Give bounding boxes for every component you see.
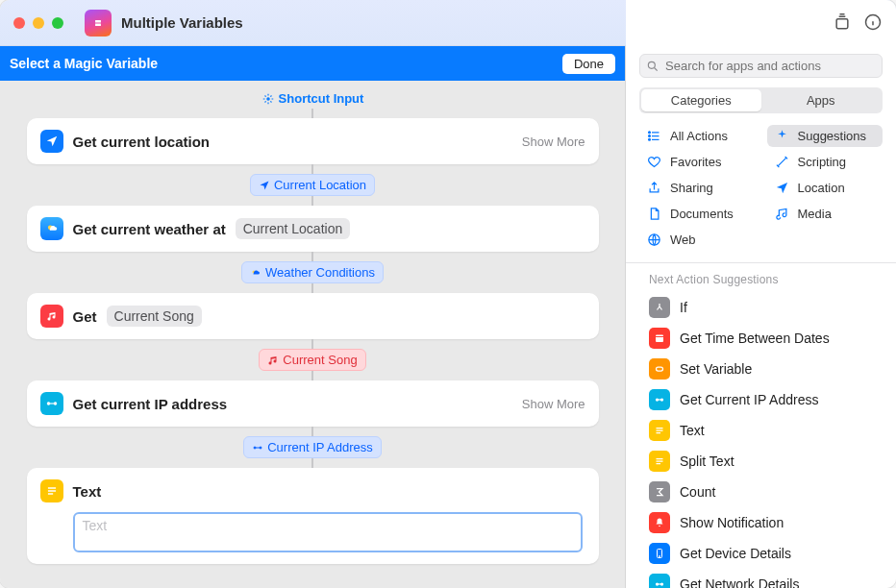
svg-point-16 [657, 399, 659, 401]
category-favorites[interactable]: Favorites [639, 151, 756, 173]
info-button[interactable] [863, 12, 883, 35]
category-sharing[interactable]: Sharing [639, 177, 756, 199]
ip-icon [649, 574, 670, 588]
sidebar-toolbar [626, 0, 896, 46]
done-button[interactable]: Done [562, 54, 615, 74]
suggestion-item[interactable]: Get Time Between Dates [639, 323, 883, 354]
svg-point-11 [649, 135, 651, 137]
segmented-control[interactable]: Categories Apps [639, 87, 883, 113]
suggestion-item[interactable]: Split Text [639, 446, 883, 477]
media-icon [775, 207, 790, 221]
action-get-ip[interactable]: Get current IP address Show More [27, 380, 599, 427]
svg-point-9 [648, 61, 655, 68]
action-text[interactable]: Text Text [27, 468, 599, 564]
ip-icon [649, 389, 670, 410]
show-more-button[interactable]: Show More [522, 135, 585, 149]
share-icon [647, 181, 662, 195]
magic-variable-ip-address[interactable]: Current IP Address [243, 436, 382, 458]
category-documents[interactable]: Documents [639, 203, 756, 225]
category-suggestions[interactable]: Suggestions [767, 125, 884, 147]
svg-point-5 [47, 403, 49, 404]
svg-point-21 [661, 583, 663, 585]
svg-point-20 [657, 583, 659, 585]
action-title: Get [73, 308, 97, 325]
category-web[interactable]: Web [639, 229, 756, 251]
svg-rect-15 [657, 367, 663, 371]
svg-point-2 [266, 97, 268, 99]
list-icon [647, 129, 662, 143]
actions-sidebar: Categories Apps All ActionsSuggestionsFa… [626, 46, 896, 588]
network-icon [40, 392, 63, 415]
suggestion-item[interactable]: Get Current IP Address [639, 384, 883, 415]
text-icon [649, 451, 670, 472]
suggestion-item[interactable]: If [639, 292, 883, 323]
heart-icon [647, 155, 662, 169]
svg-point-12 [649, 138, 651, 140]
segment-apps[interactable]: Apps [761, 89, 882, 111]
svg-point-19 [660, 556, 660, 557]
search-input[interactable] [665, 59, 876, 73]
suggestion-item[interactable]: Text [639, 415, 883, 446]
svg-point-10 [649, 132, 651, 134]
svg-point-17 [661, 399, 663, 401]
editor-canvas[interactable]: Shortcut Input Get current location Show… [0, 81, 625, 588]
suggestion-item[interactable]: Set Variable [639, 354, 883, 384]
connector [311, 109, 313, 118]
svg-rect-0 [836, 18, 848, 28]
location-icon [40, 130, 63, 153]
action-get-weather[interactable]: Get current weather at Current Location [27, 206, 599, 252]
sum-icon [649, 481, 670, 502]
category-media[interactable]: Media [767, 203, 884, 225]
svg-point-8 [260, 447, 261, 449]
parameter-token[interactable]: Current Location [236, 218, 351, 239]
suggestions-header: Next Action Suggestions [639, 263, 883, 292]
bell-icon [649, 512, 670, 533]
window-minimize[interactable] [33, 17, 44, 29]
var-icon [649, 358, 670, 380]
doc-icon [647, 207, 662, 221]
magic-variable-title: Select a Magic Variable [10, 56, 158, 71]
nav-icon [775, 181, 790, 195]
magic-variable-current-song[interactable]: Current Song [259, 349, 365, 371]
svg-point-6 [54, 403, 56, 404]
music-icon [40, 305, 63, 328]
window-zoom[interactable] [52, 17, 63, 29]
suggestion-item[interactable]: Get Network Details [639, 569, 883, 588]
text-input[interactable]: Text [73, 512, 583, 552]
parameter-token[interactable]: Current Song [107, 306, 202, 327]
shortcut-app-icon [85, 10, 112, 37]
library-button[interactable] [833, 12, 852, 35]
svg-rect-14 [656, 335, 663, 343]
category-scripting[interactable]: Scripting [767, 151, 884, 173]
action-title: Text [73, 483, 102, 500]
magic-variable-bar: Select a Magic Variable Done [0, 46, 625, 81]
weather-icon [40, 217, 63, 240]
segment-categories[interactable]: Categories [641, 89, 761, 111]
action-get-location[interactable]: Get current location Show More [27, 118, 599, 164]
wand-icon [775, 155, 790, 169]
suggestion-item[interactable]: Get Device Details [639, 538, 883, 569]
suggestion-item[interactable]: Show Notification [639, 507, 883, 538]
action-get-song[interactable]: Get Current Song [27, 293, 599, 339]
show-more-button[interactable]: Show More [522, 397, 585, 411]
search-box[interactable] [639, 54, 883, 78]
window-close[interactable] [13, 17, 25, 29]
sparkle-icon [775, 129, 790, 143]
shortcut-input-token[interactable]: Shortcut Input [254, 88, 372, 109]
action-title: Get current location [73, 134, 211, 150]
magic-variable-weather-conditions[interactable]: Weather Conditions [241, 261, 384, 283]
category-all-actions[interactable]: All Actions [639, 125, 756, 147]
svg-point-7 [254, 447, 256, 449]
action-title: Get current IP address [73, 396, 228, 412]
text-icon [649, 420, 670, 441]
device-icon [649, 543, 670, 564]
magic-variable-current-location[interactable]: Current Location [250, 174, 375, 196]
globe-icon [647, 233, 662, 247]
search-icon [646, 60, 660, 73]
category-location[interactable]: Location [767, 177, 884, 199]
text-icon [40, 479, 63, 502]
suggestion-item[interactable]: Count [639, 477, 883, 507]
cal-icon [649, 328, 670, 349]
window-title: Multiple Variables [121, 14, 243, 31]
branch-icon [649, 297, 670, 318]
